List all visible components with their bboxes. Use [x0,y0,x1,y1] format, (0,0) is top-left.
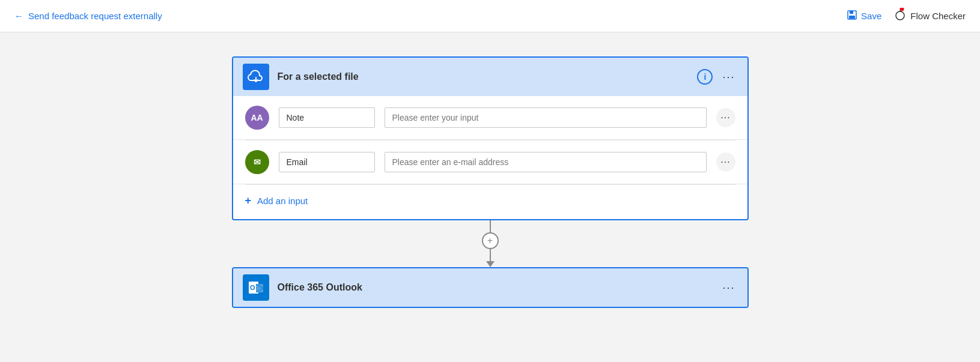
add-input-label: Add an input [257,196,308,206]
info-icon[interactable]: i [697,69,713,85]
add-input-button[interactable]: + Add an input [233,185,747,219]
back-button[interactable]: ← Send feedback request externally [14,11,162,21]
connector-line-top [490,220,491,232]
field-value-email[interactable] [385,152,707,172]
svg-point-3 [896,11,904,20]
card2-header: O Office 365 Outlook ··· [233,268,747,307]
outlook-icon: O [243,274,269,301]
card-title: For a selected file [278,71,689,82]
input-row-email: ✉ ··· [233,140,747,184]
add-step-button[interactable]: + [482,232,499,249]
svg-text:O: O [250,284,255,291]
save-icon [847,10,857,22]
svg-rect-8 [256,284,263,292]
svg-rect-1 [850,11,853,14]
row-menu-note[interactable]: ··· [716,108,735,127]
card2-more-button[interactable]: ··· [720,282,737,294]
card-outlook: O Office 365 Outlook ··· [232,267,749,308]
flow-checker-label: Flow Checker [910,11,966,21]
save-button[interactable]: Save [847,10,881,22]
connector-line-bottom [490,249,491,261]
header: ← Send feedback request externally Save [0,0,980,32]
canvas: For a selected file i ··· AA ··· ✉ [0,32,980,362]
card-header-actions: i ··· [697,69,737,85]
header-actions: Save Flow Checker [847,8,966,24]
flow-checker-button[interactable]: Flow Checker [893,8,966,24]
connector-arrow-icon [486,261,495,267]
add-plus-icon: + [245,195,252,207]
card-more-button[interactable]: ··· [720,71,737,83]
card-header: For a selected file i ··· [233,58,747,96]
avatar-note: AA [245,106,269,130]
connector-plus-icon: + [487,235,493,246]
field-name-note[interactable] [279,107,375,128]
avatar-email: ✉ [245,150,269,174]
page-title: Send feedback request externally [28,11,162,21]
flow-checker-icon [893,8,907,24]
save-label: Save [861,11,881,21]
card2-title: Office 365 Outlook [278,282,712,293]
email-icon: ✉ [254,157,261,167]
connector: + [482,220,499,267]
row-menu-email[interactable]: ··· [716,152,735,172]
card-selected-file: For a selected file i ··· AA ··· ✉ [232,56,749,220]
svg-rect-2 [849,16,855,19]
back-arrow-icon: ← [14,11,23,21]
field-name-email[interactable] [279,152,375,172]
card-body: AA ··· ✉ ··· + Add an input [233,96,747,219]
field-value-note[interactable] [385,107,707,128]
input-row-note: AA ··· [233,96,747,140]
cloud-icon [243,64,269,90]
